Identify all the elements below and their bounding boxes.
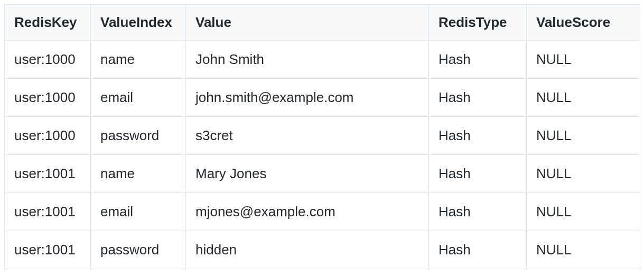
cell-valueindex: email <box>91 79 186 117</box>
table-row: user:1000 email john.smith@example.com H… <box>5 79 640 117</box>
table-row: user:1001 password hidden Hash NULL <box>5 231 640 269</box>
cell-rediskey: user:1001 <box>5 231 91 269</box>
cell-valueindex: name <box>91 41 186 79</box>
cell-rediskey: user:1000 <box>5 79 91 117</box>
cell-valueindex: password <box>91 117 186 155</box>
cell-value: John Smith <box>186 41 429 79</box>
cell-value: s3cret <box>186 117 429 155</box>
data-table: RedisKey ValueIndex Value RedisType Valu… <box>4 4 640 269</box>
cell-value: Mary Jones <box>186 155 429 193</box>
cell-redistype: Hash <box>429 41 527 79</box>
cell-redistype: Hash <box>429 79 527 117</box>
column-header-redistype: RedisType <box>429 5 527 41</box>
cell-valuescore: NULL <box>527 155 640 193</box>
cell-value: hidden <box>186 231 429 269</box>
cell-redistype: Hash <box>429 155 527 193</box>
table-body: user:1000 name John Smith Hash NULL user… <box>5 41 640 269</box>
cell-valueindex: password <box>91 231 186 269</box>
table-row: user:1000 name John Smith Hash NULL <box>5 41 640 79</box>
cell-valuescore: NULL <box>527 231 640 269</box>
cell-valuescore: NULL <box>527 41 640 79</box>
cell-valuescore: NULL <box>527 79 640 117</box>
cell-rediskey: user:1000 <box>5 41 91 79</box>
cell-value: john.smith@example.com <box>186 79 429 117</box>
column-header-rediskey: RedisKey <box>5 5 91 41</box>
cell-redistype: Hash <box>429 193 527 231</box>
table-row: user:1000 password s3cret Hash NULL <box>5 117 640 155</box>
cell-redistype: Hash <box>429 231 527 269</box>
table-row: user:1001 name Mary Jones Hash NULL <box>5 155 640 193</box>
cell-rediskey: user:1001 <box>5 155 91 193</box>
cell-valueindex: name <box>91 155 186 193</box>
column-header-valuescore: ValueScore <box>527 5 640 41</box>
cell-rediskey: user:1000 <box>5 117 91 155</box>
table-header-row: RedisKey ValueIndex Value RedisType Valu… <box>5 5 640 41</box>
cell-redistype: Hash <box>429 117 527 155</box>
column-header-valueindex: ValueIndex <box>91 5 186 41</box>
cell-valuescore: NULL <box>527 117 640 155</box>
cell-value: mjones@example.com <box>186 193 429 231</box>
table-row: user:1001 email mjones@example.com Hash … <box>5 193 640 231</box>
cell-valueindex: email <box>91 193 186 231</box>
cell-rediskey: user:1001 <box>5 193 91 231</box>
column-header-value: Value <box>186 5 429 41</box>
cell-valuescore: NULL <box>527 193 640 231</box>
